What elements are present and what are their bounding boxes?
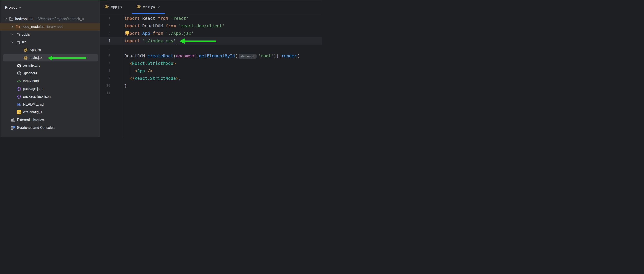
libraries-icon [11, 118, 16, 122]
line-number[interactable]: 10 [100, 82, 110, 90]
tree-item-src[interactable]: src [1, 38, 100, 46]
eslint-icon [17, 63, 22, 68]
tree-item-label: src [22, 40, 26, 44]
code-line-8[interactable]: <App /> [124, 67, 322, 75]
code-token: ) [124, 83, 127, 88]
chevron-down-icon [18, 6, 21, 9]
code-line-1[interactable]: import React from 'react' [124, 15, 322, 22]
code-token: import [124, 38, 142, 43]
text-caret [176, 38, 176, 44]
code-line-6[interactable]: ReactDOM.createRoot(document.getElementB… [124, 52, 322, 60]
line-number[interactable]: 6 [100, 52, 110, 60]
code-token: ReactDOM. [124, 54, 148, 59]
code-editor[interactable]: 1 2 3 4 5 6 7 8 9 10 11 import React fro… [100, 14, 322, 137]
code-token: < [135, 68, 137, 73]
line-number[interactable]: 5 [100, 45, 110, 52]
code-token: ( [297, 54, 299, 59]
window-top-edge [0, 0, 322, 1]
chevron-down-icon[interactable] [11, 41, 14, 44]
chevron-right-icon[interactable] [11, 33, 14, 36]
code-token: createRoot [148, 54, 173, 59]
gutter-separator [124, 14, 124, 137]
tree-item-vite-config-js[interactable]: JS vite.config.js [1, 108, 100, 116]
js-file-icon: JS [17, 110, 22, 115]
code-line-4[interactable]: import './index.css' [124, 37, 322, 45]
code-token: App [142, 31, 153, 36]
code-token: 'react-dom/client' [178, 24, 225, 29]
project-panel-header[interactable]: Project [5, 4, 21, 11]
react-icon [104, 5, 109, 10]
tree-item-gitignore[interactable]: .gitignore [1, 70, 100, 77]
tree-item-label: .eslintrc.cjs [23, 64, 40, 68]
project-tree: bedrock_ui ~/WebstormProjects/bedrock_ui… [1, 15, 100, 132]
code-line-3[interactable]: import App from './App.jsx' [124, 30, 322, 37]
tree-item-label: .gitignore [23, 71, 37, 75]
tree-item-label: node_modules [22, 25, 44, 29]
tree-item-external-libraries[interactable]: External Libraries [1, 116, 100, 124]
code-token: 'root' [258, 54, 274, 59]
tree-item-index-html[interactable]: <> index.html [1, 77, 100, 85]
tab-app-jsx[interactable]: App.jsx [100, 1, 127, 14]
line-number-active[interactable]: 4 [100, 37, 110, 45]
tree-item-package-json[interactable]: {} package.json [1, 85, 100, 93]
tab-label: main.jsx [143, 5, 156, 9]
tree-item-label: External Libraries [17, 118, 44, 122]
code-token: from [158, 16, 171, 21]
code-token: . [196, 54, 199, 59]
code-line-2[interactable]: import ReactDOM from 'react-dom/client' [124, 22, 322, 30]
project-panel-title: Project [5, 6, 16, 10]
react-icon [23, 56, 28, 60]
code-token: React.StrictMode [135, 76, 176, 81]
code-token: getElementById [199, 54, 235, 59]
code-token: from [166, 24, 178, 29]
chevron-right-icon[interactable] [11, 26, 14, 28]
line-number[interactable]: 11 [100, 90, 110, 97]
line-number[interactable]: 7 [100, 60, 110, 67]
line-number[interactable]: 8 [100, 67, 110, 75]
inlay-hint-parameter-name: elementId: [238, 54, 257, 59]
line-number[interactable]: 1 [100, 15, 110, 22]
code-token: > [176, 76, 178, 81]
tree-item-public[interactable]: public [1, 31, 100, 38]
code-token: > [173, 61, 176, 66]
tree-item-label: public [22, 33, 30, 37]
line-number[interactable]: 9 [100, 75, 110, 82]
indent-guide [130, 66, 130, 76]
html-brackets-icon: <> [17, 79, 22, 84]
annotation-arrow-main-jsx [46, 55, 87, 61]
tree-item-bedrock-ui[interactable]: bedrock_ui ~/WebstormProjects/bedrock_ui [1, 15, 100, 23]
chevron-down-icon[interactable] [4, 18, 7, 20]
code-token: 'react' [171, 16, 189, 21]
tree-item-eslintrc-cjs[interactable]: .eslintrc.cjs [1, 62, 100, 70]
code-token: import [124, 24, 142, 29]
tree-item-readme-md[interactable]: M↓ README.md [1, 101, 100, 108]
code-token [145, 68, 148, 73]
close-icon[interactable]: × [158, 5, 160, 9]
tree-item-package-lock-json[interactable]: {} package-lock.json [1, 93, 100, 101]
code-token: render [282, 54, 297, 59]
tree-item-app-jsx[interactable]: App.jsx [1, 46, 100, 54]
tree-item-label: App.jsx [30, 48, 41, 52]
intention-lightbulb-icon[interactable] [125, 31, 130, 37]
code-token [124, 76, 130, 81]
no-entry-icon [17, 71, 22, 76]
code-token [124, 61, 130, 66]
code-line-7[interactable]: <React.StrictMode> [124, 60, 322, 67]
tree-item-label: package.json [23, 87, 43, 91]
code-token: './index.css' [142, 38, 176, 43]
line-number[interactable]: 2 [100, 22, 110, 30]
ide-window: { "project_panel": { "title": "Project",… [0, 0, 322, 137]
line-number[interactable]: 3 [100, 30, 110, 37]
code-token: < [130, 61, 132, 66]
tab-main-jsx[interactable]: main.jsx × [132, 1, 165, 14]
tree-item-label: bedrock_ui [15, 17, 34, 21]
tree-item-scratches-and-consoles[interactable]: Scratches and Consoles [1, 124, 100, 132]
react-icon [136, 5, 141, 10]
tree-item-node-modules[interactable]: node_modules library root [1, 23, 100, 31]
code-token: './App.jsx' [166, 31, 194, 36]
code-token: /> [148, 68, 153, 73]
code-line-9[interactable]: </React.StrictMode>, [124, 75, 322, 82]
code-line-10[interactable]: ) [124, 82, 322, 90]
code-token: from [152, 31, 166, 36]
tab-label: App.jsx [111, 5, 122, 9]
